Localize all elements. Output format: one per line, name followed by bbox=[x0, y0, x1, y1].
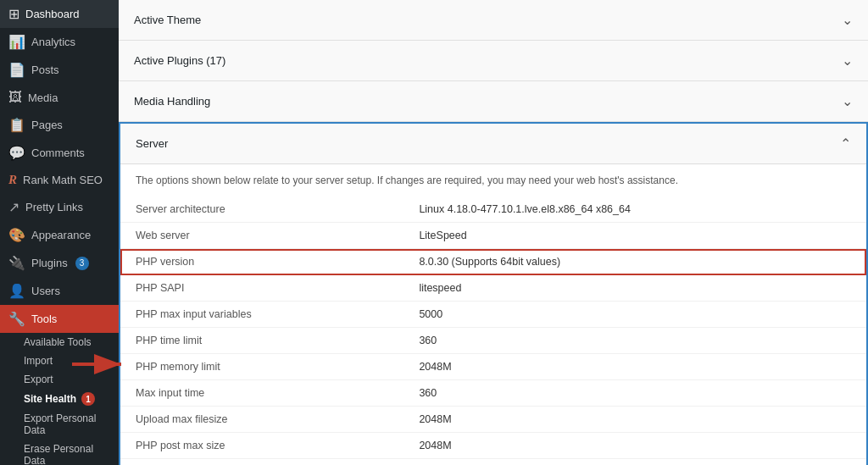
table-row: PHP memory limit2048M bbox=[120, 354, 866, 380]
sidebar-item-users[interactable]: 👤 Users bbox=[0, 277, 119, 305]
row-value: litespeed bbox=[403, 275, 866, 302]
row-key: Web server bbox=[120, 223, 403, 249]
sidebar-label-prettylinks: Pretty Links bbox=[25, 201, 83, 213]
row-value: 5000 bbox=[403, 302, 866, 328]
sidebar-label-plugins: Plugins bbox=[31, 257, 68, 269]
sidebar-sub-available-tools[interactable]: Available Tools bbox=[0, 333, 119, 352]
accordion-header-active-theme[interactable]: Active Theme ⌄ bbox=[119, 0, 868, 40]
row-value: 7.87.0 OpenSSL/1.1.1p bbox=[403, 459, 866, 466]
sidebar: ⊞ Dashboard 📊 Analytics 📄 Posts 🖼 Media … bbox=[0, 0, 119, 465]
row-value: 360 bbox=[403, 380, 866, 407]
sidebar-item-media[interactable]: 🖼 Media bbox=[0, 84, 119, 111]
tools-icon: 🔧 bbox=[8, 311, 25, 327]
accordion-active-plugins: Active Plugins (17) ⌄ bbox=[119, 41, 868, 81]
chevron-up-icon: ⌃ bbox=[840, 136, 851, 152]
row-key: PHP SAPI bbox=[120, 275, 403, 302]
sidebar-sub-erase-personal[interactable]: Erase Personal Data bbox=[0, 440, 119, 465]
sidebar-item-analytics[interactable]: 📊 Analytics bbox=[0, 28, 119, 56]
server-label: Server bbox=[136, 137, 168, 150]
table-row: PHP post max size2048M bbox=[120, 433, 866, 459]
sidebar-label-media: Media bbox=[28, 91, 58, 104]
sidebar-label-pages: Pages bbox=[31, 119, 63, 131]
prettylinks-icon: ↗ bbox=[8, 199, 19, 215]
row-value: LiteSpeed bbox=[403, 223, 866, 249]
table-row: Web serverLiteSpeed bbox=[120, 223, 866, 249]
comments-icon: 💬 bbox=[8, 145, 25, 161]
sidebar-label-users: Users bbox=[31, 285, 60, 297]
active-plugins-label: Active Plugins (17) bbox=[134, 54, 225, 67]
row-value: 8.0.30 (Supports 64bit values) bbox=[403, 249, 866, 275]
sidebar-item-rankmath[interactable]: R Rank Math SEO bbox=[0, 167, 119, 193]
posts-icon: 📄 bbox=[8, 62, 25, 78]
analytics-icon: 📊 bbox=[8, 34, 25, 50]
table-row: PHP SAPIlitespeed bbox=[120, 275, 866, 302]
media-handling-label: Media Handling bbox=[134, 95, 210, 108]
accordion-header-active-plugins[interactable]: Active Plugins (17) ⌄ bbox=[119, 41, 868, 80]
site-health-badge: 1 bbox=[81, 392, 95, 406]
row-value: Linux 4.18.0-477.10.1.lve.el8.x86_64 x86… bbox=[403, 197, 866, 223]
sidebar-sub-import[interactable]: Import bbox=[0, 352, 119, 370]
active-theme-label: Active Theme bbox=[134, 14, 201, 26]
dashboard-icon: ⊞ bbox=[8, 6, 19, 22]
sidebar-label-tools: Tools bbox=[31, 313, 57, 325]
row-key: PHP post max size bbox=[120, 433, 403, 459]
accordion-header-media-handling[interactable]: Media Handling ⌄ bbox=[119, 81, 868, 121]
server-description: The options shown below relate to your s… bbox=[120, 164, 866, 197]
accordion-media-handling: Media Handling ⌄ bbox=[119, 81, 868, 122]
sidebar-label-dashboard: Dashboard bbox=[25, 8, 80, 20]
plugins-icon: 🔌 bbox=[8, 255, 25, 271]
row-key: PHP version bbox=[120, 249, 403, 275]
rankmath-icon: R bbox=[8, 173, 17, 187]
row-key: Server architecture bbox=[120, 197, 403, 223]
sidebar-sub-site-health[interactable]: Site Health 1 bbox=[0, 389, 119, 409]
sidebar-item-tools[interactable]: 🔧 Tools bbox=[0, 305, 119, 333]
sidebar-label-appearance: Appearance bbox=[31, 229, 91, 241]
appearance-icon: 🎨 bbox=[8, 227, 25, 243]
export-personal-label: Export Personal Data bbox=[24, 412, 96, 436]
sidebar-item-dashboard[interactable]: ⊞ Dashboard bbox=[0, 0, 119, 28]
sidebar-item-pages[interactable]: 📋 Pages bbox=[0, 111, 119, 139]
table-row: Max input time360 bbox=[120, 380, 866, 407]
sidebar-item-appearance[interactable]: 🎨 Appearance bbox=[0, 221, 119, 249]
row-value: 2048M bbox=[403, 354, 866, 380]
chevron-down-icon: ⌄ bbox=[842, 12, 853, 28]
row-key: PHP max input variables bbox=[120, 302, 403, 328]
row-value: 2048M bbox=[403, 433, 866, 459]
erase-personal-label: Erase Personal Data bbox=[24, 443, 93, 465]
sidebar-sub-export-personal[interactable]: Export Personal Data bbox=[0, 409, 119, 440]
accordion-server: Server ⌃ The options shown below relate … bbox=[119, 122, 868, 465]
plugins-badge: 3 bbox=[75, 257, 89, 270]
sidebar-item-plugins[interactable]: 🔌 Plugins 3 bbox=[0, 249, 119, 277]
table-row: cURL version7.87.0 OpenSSL/1.1.1p bbox=[120, 459, 866, 466]
server-info-table: Server architectureLinux 4.18.0-477.10.1… bbox=[120, 197, 866, 465]
sidebar-label-posts: Posts bbox=[31, 64, 59, 76]
sidebar-item-prettylinks[interactable]: ↗ Pretty Links bbox=[0, 193, 119, 221]
media-icon: 🖼 bbox=[8, 90, 22, 105]
sidebar-label-analytics: Analytics bbox=[31, 36, 75, 48]
row-key: Max input time bbox=[120, 380, 403, 407]
table-row: Server architectureLinux 4.18.0-477.10.1… bbox=[120, 197, 866, 223]
users-icon: 👤 bbox=[8, 283, 25, 299]
available-tools-label: Available Tools bbox=[24, 336, 92, 348]
site-health-label: Site Health bbox=[24, 393, 76, 405]
row-key: PHP time limit bbox=[120, 328, 403, 354]
row-key: PHP memory limit bbox=[120, 354, 403, 380]
chevron-down-icon-3: ⌄ bbox=[842, 93, 853, 109]
chevron-down-icon-2: ⌄ bbox=[842, 53, 853, 69]
export-label: Export bbox=[24, 374, 53, 385]
table-row: Upload max filesize2048M bbox=[120, 407, 866, 433]
table-row: PHP time limit360 bbox=[120, 328, 866, 354]
row-value: 360 bbox=[403, 328, 866, 354]
row-key: cURL version bbox=[120, 459, 403, 466]
accordion-active-theme: Active Theme ⌄ bbox=[119, 0, 868, 41]
sidebar-item-posts[interactable]: 📄 Posts bbox=[0, 56, 119, 84]
sidebar-label-comments: Comments bbox=[31, 147, 85, 159]
main-content: Active Theme ⌄ Active Plugins (17) ⌄ Med… bbox=[119, 0, 868, 465]
sidebar-sub-export[interactable]: Export bbox=[0, 370, 119, 389]
sidebar-item-comments[interactable]: 💬 Comments bbox=[0, 139, 119, 167]
row-key: Upload max filesize bbox=[120, 407, 403, 433]
pages-icon: 📋 bbox=[8, 117, 25, 133]
content-inner: Active Theme ⌄ Active Plugins (17) ⌄ Med… bbox=[119, 0, 868, 465]
table-row: PHP max input variables5000 bbox=[120, 302, 866, 328]
accordion-header-server[interactable]: Server ⌃ bbox=[120, 124, 866, 164]
